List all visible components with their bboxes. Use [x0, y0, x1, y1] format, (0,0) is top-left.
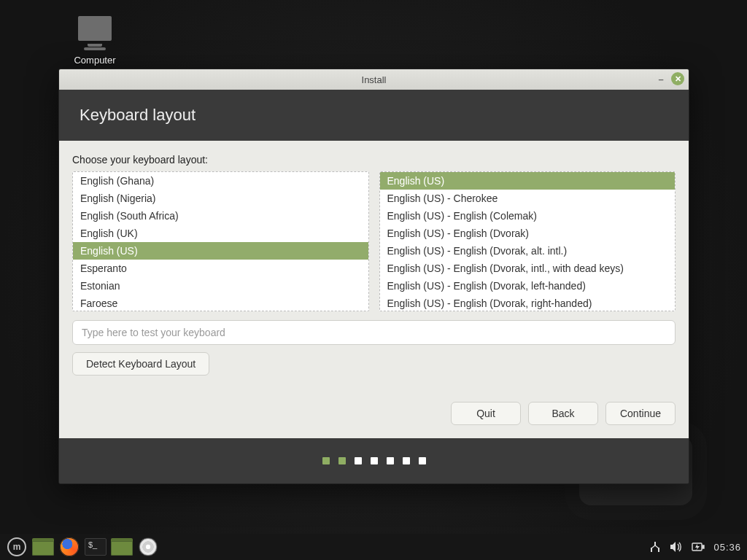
disc-icon [139, 537, 158, 556]
variant-listbox[interactable]: English (US)English (US) - CherokeeEngli… [379, 171, 676, 311]
progress-dot [338, 457, 346, 464]
taskbar-files-2[interactable] [111, 537, 133, 557]
list-item[interactable]: English (UK) [73, 225, 368, 242]
list-item[interactable]: English (US) - English (Dvorak, alt. int… [380, 242, 676, 260]
installer-window: Install – ✕ Keyboard layout Choose your … [58, 69, 689, 484]
taskbar-firefox[interactable] [58, 537, 80, 557]
monitor-stand-icon [84, 47, 106, 50]
volume-icon[interactable] [670, 541, 683, 553]
progress-dots [59, 438, 689, 483]
desktop-icon-label: Computer [63, 55, 127, 66]
progress-dot [322, 457, 330, 464]
progress-dot [419, 457, 426, 464]
list-item[interactable]: English (US) [380, 172, 676, 190]
svg-rect-4 [703, 545, 704, 548]
window-controls: – ✕ [655, 72, 684, 85]
terminal-icon: $_ [85, 538, 107, 556]
minimize-icon[interactable]: – [655, 73, 667, 85]
folder-icon [111, 538, 133, 556]
list-item[interactable]: English (South Africa) [73, 207, 368, 225]
monitor-icon [78, 16, 112, 41]
list-item[interactable]: English (US) [73, 242, 368, 260]
list-item[interactable]: English (Nigeria) [73, 190, 368, 207]
mint-logo-icon: m [7, 537, 26, 556]
window-title: Install [59, 74, 689, 85]
taskbar-installer[interactable] [137, 537, 159, 557]
list-item[interactable]: Estonian [73, 277, 368, 295]
network-icon[interactable] [649, 541, 661, 553]
page-heading: Keyboard layout [59, 90, 689, 141]
taskbar: m $_ [0, 534, 747, 560]
folder-icon [32, 538, 54, 556]
list-item[interactable]: English (US) - Cherokee [380, 190, 676, 207]
back-button[interactable]: Back [528, 402, 598, 425]
layout-lists: English (Ghana)English (Nigeria)English … [72, 171, 676, 311]
list-item[interactable]: English (Ghana) [73, 172, 368, 190]
battery-icon[interactable] [692, 542, 705, 552]
taskbar-files[interactable] [32, 537, 54, 557]
list-item[interactable]: English (US) - English (Colemak) [380, 207, 676, 225]
clock[interactable]: 05:36 [713, 542, 741, 553]
wizard-buttons: Quit Back Continue [72, 383, 676, 425]
system-tray: 05:36 [649, 541, 741, 553]
list-item[interactable]: English (US) - English (Dvorak, left-han… [380, 277, 676, 295]
titlebar[interactable]: Install – ✕ [59, 69, 689, 90]
keyboard-prompt: Choose your keyboard layout: [72, 154, 676, 166]
start-menu-button[interactable]: m [6, 537, 28, 557]
progress-dot [403, 457, 410, 464]
close-icon[interactable]: ✕ [671, 72, 684, 85]
keyboard-test-input[interactable] [72, 320, 676, 345]
list-item[interactable]: English (US) - English (Dvorak, intl., w… [380, 260, 676, 277]
taskbar-terminal[interactable]: $_ [85, 537, 107, 557]
list-item[interactable]: English (US) - English (Dvorak, right-ha… [380, 295, 676, 311]
language-listbox[interactable]: English (Ghana)English (Nigeria)English … [72, 171, 369, 311]
detect-layout-button[interactable]: Detect Keyboard Layout [72, 352, 209, 376]
continue-button[interactable]: Continue [605, 402, 676, 425]
progress-dot [355, 457, 362, 464]
progress-dot [387, 457, 394, 464]
progress-dot [371, 457, 378, 464]
list-item[interactable]: Esperanto [73, 260, 368, 277]
firefox-icon [60, 537, 79, 556]
content-area: Choose your keyboard layout: English (Gh… [59, 141, 689, 438]
list-item[interactable]: Faroese [73, 295, 368, 311]
quit-button[interactable]: Quit [451, 402, 521, 425]
desktop-icon-computer[interactable]: Computer [63, 16, 127, 66]
list-item[interactable]: English (US) - English (Dvorak) [380, 225, 676, 242]
